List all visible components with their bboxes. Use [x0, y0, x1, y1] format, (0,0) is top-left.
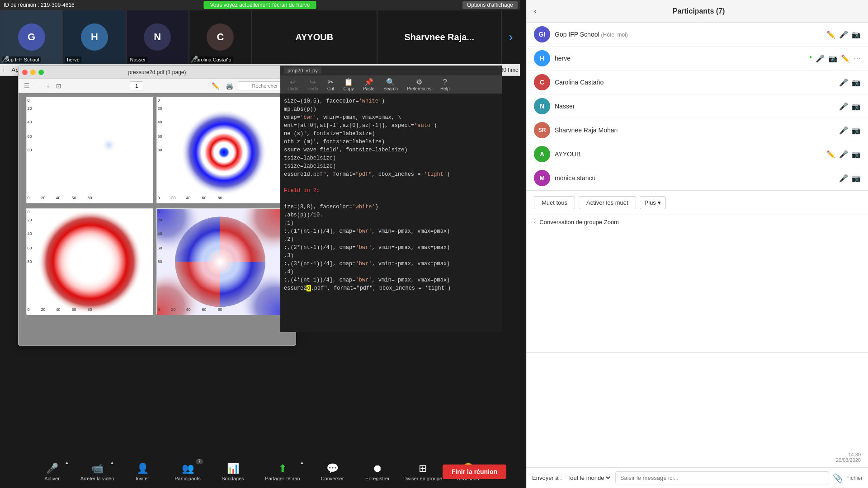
cut-label: Cut [327, 86, 335, 91]
pencil-gop-icon[interactable]: ✏️ [826, 30, 835, 39]
sidebar-toggle-btn[interactable]: ☰ [22, 81, 32, 90]
zoom-out-btn[interactable]: − [34, 81, 42, 90]
controls-sharvnee: 🎤 📷 [839, 126, 861, 135]
share-label: Partager l'écran [265, 476, 300, 481]
code-line-2: mp.abs(p)) [284, 105, 498, 113]
chat-message-input[interactable] [615, 471, 829, 484]
participant-sharvnee: SR Sharvnee Raja Mohan 🎤 📷 [527, 118, 868, 142]
copy-btn[interactable]: 📋 Copy [340, 77, 357, 92]
mic-monica-icon[interactable]: 🎤 [839, 174, 848, 183]
participant-gop: GI Gop IFP School (Hôte, moi) ✏️ 🎤 📷 [527, 23, 868, 47]
video-thumb-herve[interactable]: H herve [63, 10, 126, 64]
search-btn[interactable]: 🔍 Search [380, 77, 401, 92]
code-file-tab[interactable]: prop2d_v1.py [284, 67, 321, 74]
mic-herve-icon[interactable]: 🎤 [816, 54, 825, 63]
avatar-monica: M [534, 170, 550, 186]
pdf-toolbar: ☰ − + ⊡ ✏️ 🖨️ [19, 79, 296, 93]
undo-label: Undo [288, 86, 298, 91]
participant-ayyoub: A AYYOUB ✏️ 🎤 📷 [527, 142, 868, 166]
controls-monica: 🎤 📷 [839, 174, 861, 183]
code-line-17: ,2) [284, 235, 498, 244]
maximize-btn[interactable] [38, 70, 44, 75]
undo-btn[interactable]: ↩ Undo [284, 77, 302, 92]
zoom-in-btn[interactable]: + [44, 81, 52, 90]
video-thumb-ayyoub[interactable]: AYYOUB [252, 10, 377, 64]
more-herve-icon[interactable]: ⋯ [854, 54, 861, 63]
participants-btn[interactable]: 👥 Participants 7 [165, 456, 210, 487]
preferences-btn[interactable]: ⚙ Preferences [403, 77, 435, 92]
mic-ayyoub-icon[interactable]: 🎤 [839, 150, 848, 159]
pencil-btn[interactable]: ✏️ [210, 81, 221, 90]
send-to-select[interactable]: Tout le monde [566, 474, 612, 482]
code-line-15: ,1) [284, 219, 498, 227]
page-number-input[interactable] [130, 81, 143, 90]
video-btn[interactable]: 📹 Arrêter la vidéo ▲ [75, 456, 120, 487]
redo-btn[interactable]: ↪ Redo [304, 77, 322, 92]
name-carolina: Carolina Castaño [555, 79, 835, 86]
file-attach-btn[interactable]: 📎 [833, 473, 843, 483]
code-content[interactable]: size=(10,5), facecolor='white') mp.abs(p… [280, 94, 502, 332]
mic-gop-icon[interactable]: 🎤 [839, 30, 848, 39]
invite-btn[interactable]: 👤 Inviter [120, 456, 165, 487]
top-bar: ID de réunion : 219-309-4616 Vous voyez … [0, 0, 520, 10]
participants-next-btn[interactable]: › [502, 10, 520, 64]
more-btn[interactable]: Plus ▾ [640, 196, 666, 209]
cam-monica-icon[interactable]: 📷 [852, 174, 861, 183]
avatar-sharvnee: SR [534, 122, 550, 138]
code-line-8: tsize=labelsize) [284, 154, 498, 162]
cam-gop-icon[interactable]: 📷 [852, 30, 861, 39]
code-line-14: .abs(p))/10. [284, 211, 498, 219]
cam-sharvnee-icon[interactable]: 📷 [852, 126, 861, 135]
mic-icon-gop: 🎤 [1, 56, 9, 63]
code-line-5: ne (s)', fontsize=labelsize) [284, 130, 498, 138]
collapse-chat-icon: ‹ [534, 219, 536, 225]
mic-sharvnee-icon[interactable]: 🎤 [839, 126, 848, 135]
participant-monica: M monica.stancu 🎤 📷 [527, 166, 868, 190]
pdf-title-bar: pressure2d.pdf (1 page) [19, 66, 296, 79]
minimize-btn[interactable] [30, 70, 36, 75]
code-line-7: ssure wave field', fontsize=labelsize) [284, 146, 498, 154]
video-thumb-nasser[interactable]: N Nasser [126, 10, 189, 64]
close-btn[interactable] [22, 70, 28, 75]
print-btn[interactable]: 🖨️ [224, 81, 235, 90]
mic-nasser-icon[interactable]: 🎤 [839, 102, 848, 111]
plot-4 [157, 209, 283, 315]
video-thumb-gop[interactable]: G Gop IFP School 🎤 [0, 10, 63, 64]
controls-herve: ● 🎤 📷 ✏️ ⋯ [809, 54, 861, 63]
cam-carolina-icon[interactable]: 📷 [852, 78, 861, 87]
paste-btn[interactable]: 📌 Paste [359, 77, 378, 92]
mute-all-btn[interactable]: Muet tous [534, 196, 575, 209]
participant-herve: H herve ● 🎤 📷 ✏️ ⋯ [527, 47, 868, 70]
breakout-btn[interactable]: ⊞ Diviser en groupe [400, 456, 445, 487]
cam-ayyoub-icon[interactable]: 📷 [852, 150, 861, 159]
file-label: Fichier [846, 475, 863, 481]
record-btn[interactable]: ⏺ Enregistrer [355, 456, 400, 487]
cam-herve-icon[interactable]: 📷 [828, 54, 837, 63]
name-sharvnee: Sharvnee Raja Mohan [555, 127, 835, 134]
cam-nasser-icon[interactable]: 📷 [852, 102, 861, 111]
controls-ayyoub: ✏️ 🎤 📷 [826, 150, 861, 159]
participants-label: Participants [175, 476, 200, 481]
pencil-ayyoub-icon[interactable]: ✏️ [826, 150, 835, 159]
video-thumb-sharvnee[interactable]: Sharvnee Raja... [377, 10, 502, 64]
participant-nasser: N Nasser 🎤 📷 [527, 94, 868, 118]
fit-page-btn[interactable]: ⊡ [54, 81, 63, 90]
share-screen-btn[interactable]: ⬆ Partager l'écran ▲ [255, 456, 310, 487]
display-options-btn[interactable]: Options d'affichage [462, 1, 518, 9]
edit-herve-icon[interactable]: ✏️ [841, 54, 850, 63]
group-chat-header[interactable]: ‹ Conversation de groupe Zoom [527, 215, 868, 229]
participant-count-badge: 7 [196, 459, 203, 464]
chat-btn[interactable]: 💬 Converser [310, 456, 355, 487]
undo-icon: ↩ [290, 78, 296, 86]
unmute-all-btn[interactable]: Activer les muet [579, 196, 636, 209]
host-label: (Hôte, moi) [601, 32, 627, 38]
more-label: Plus [645, 199, 656, 206]
mic-carolina-icon[interactable]: 🎤 [839, 78, 848, 87]
video-thumb-carolina[interactable]: C Carolina Castaño 🎤 [189, 10, 252, 64]
end-meeting-btn[interactable]: Finir la réunion [443, 465, 506, 479]
polls-btn[interactable]: 📊 Sondages [210, 456, 255, 487]
cut-btn[interactable]: ✂ Cut [324, 77, 338, 92]
code-line-4: ent=[at[0],at[-1],az[0],az[-1]], aspect=… [284, 122, 498, 130]
microphone-btn[interactable]: 🎤 Activer ▲ [29, 456, 75, 487]
help-btn[interactable]: ? Help [437, 77, 453, 92]
